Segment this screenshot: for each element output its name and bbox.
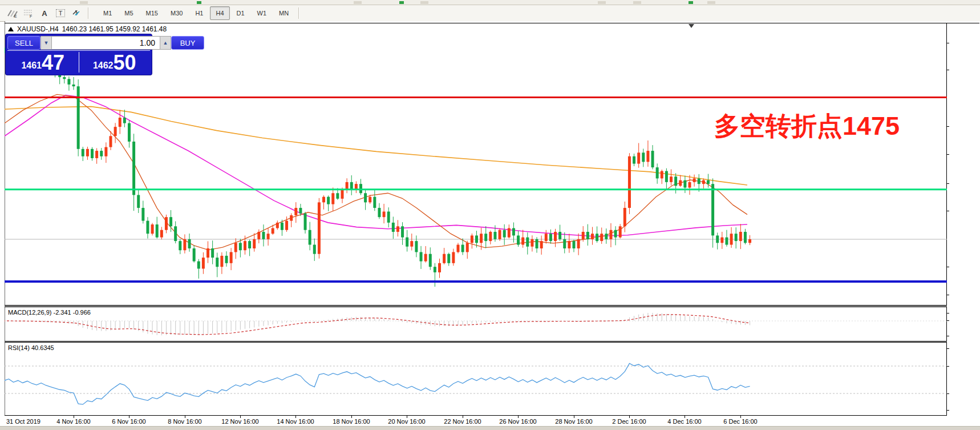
candle-body [623,208,626,226]
date-label: 2 Dec 16:00 [612,418,646,425]
chart-shift-marker[interactable] [689,24,694,28]
candle-body [563,239,566,248]
candle-body [350,182,353,190]
buy-price[interactable]: 1462 50 [79,51,151,74]
timeframe-m1[interactable]: M1 [98,6,118,20]
candle-body [642,152,645,162]
candle-body [521,238,524,245]
candle-body [156,224,159,238]
candle-body [248,241,251,248]
candle-body [466,243,469,252]
candle-body [104,147,107,156]
date-label: 6 Nov 16:00 [112,418,145,425]
ma_slow-line [5,107,747,185]
date-label: 22 Nov 16:00 [444,418,481,425]
axis-tick [946,43,949,43]
buy-price-main: 1462 [93,61,114,70]
candle-body [457,245,460,252]
svg-text:E: E [14,14,17,18]
candle-body [637,152,640,163]
candle-body [309,230,311,245]
textbox-tool-icon[interactable]: T [54,6,67,20]
candle-body [605,234,608,239]
panel-separator[interactable] [5,305,947,307]
timeframe-h4[interactable]: H4 [210,6,229,20]
candle-body [739,232,742,241]
candle-body [674,176,677,186]
timeframe-m30[interactable]: M30 [165,6,188,20]
toolbar-remnant [354,1,362,4]
candle-body [619,226,622,237]
candle-body [558,232,561,239]
timeframe-h1[interactable]: H1 [189,6,209,20]
grid-icon[interactable]: F [22,6,35,20]
main-toolbar: E F A T ▾ [0,5,980,22]
date-label: 4 Nov 16:00 [56,418,90,425]
sell-price-pips: 47 [42,54,64,72]
candle-body [475,235,478,243]
candle-body [424,254,427,262]
candle-body [661,171,663,179]
candle-body [577,239,580,248]
time-scale[interactable]: 31 Oct 20194 Nov 16:006 Nov 16:008 Nov 1… [5,416,947,427]
candle-body [725,238,728,245]
candle-body [531,239,533,247]
candle-body [202,258,205,268]
timeframe-mn[interactable]: MN [273,6,294,20]
symbol-header: XAUUSD-,H4 1460.23 1461.95 1459.92 1461.… [8,25,167,33]
buy-button[interactable]: BUY [171,36,204,50]
macd-values: -2.341 -0.966 [53,309,90,316]
candle-body [174,226,177,241]
timeframe-m5[interactable]: M5 [119,6,139,20]
chart-annotation-text[interactable]: 多空转折点1475 [714,109,900,143]
candle-body [471,235,473,243]
date-label: 8 Nov 16:00 [168,418,201,425]
macd-signal-line [5,315,750,335]
sell-price[interactable]: 1461 47 [7,51,79,74]
cursor-tools-icon[interactable]: ▾ [70,6,83,20]
candle-body [95,151,98,158]
indicators-icon[interactable]: E [6,6,19,20]
candle-body [220,256,223,267]
candle-body [91,149,94,158]
price-scale[interactable]: 1514.651507.001500.001492.001484.351476.… [947,23,980,415]
candle-body [346,182,349,190]
volume-increase-button[interactable]: ▲ [160,36,171,50]
rsi-value: 40.6345 [31,344,54,351]
candle-body [110,136,112,147]
macd-panel[interactable] [5,307,947,341]
candle-body [396,226,399,232]
candle-body [67,79,70,85]
timeframe-w1[interactable]: W1 [252,6,273,20]
volume-decrease-button[interactable]: ▼ [41,36,52,50]
axis-tick [946,211,949,211]
candle-body [730,234,733,244]
timeframe-d1[interactable]: D1 [231,6,250,20]
label-tool-icon[interactable]: A [38,6,51,20]
candle-body [614,230,617,238]
candle-body [276,223,279,228]
candle-body [272,228,274,234]
candle-body [683,180,686,188]
candle-body [225,256,228,263]
candle-body [327,197,330,204]
volume-input[interactable] [52,36,160,50]
candle-body [86,149,89,156]
candle-body [702,180,705,184]
candle-body [132,142,135,195]
candle-body [290,215,293,221]
timeframe-m15[interactable]: M15 [140,6,164,20]
candle-body [489,232,492,241]
candle-body [234,243,237,252]
sell-button[interactable]: SELL [7,36,41,50]
candle-body [484,234,487,241]
candle-body [211,248,214,258]
candle-body [493,232,496,239]
symbol-collapse-icon[interactable] [8,27,14,31]
rsi-panel[interactable] [5,343,947,415]
axis-tick [946,313,949,314]
date-label: 6 Dec 16:00 [723,418,757,425]
panel-separator[interactable] [5,341,947,343]
candle-body [447,254,450,263]
candle-body [549,234,552,241]
